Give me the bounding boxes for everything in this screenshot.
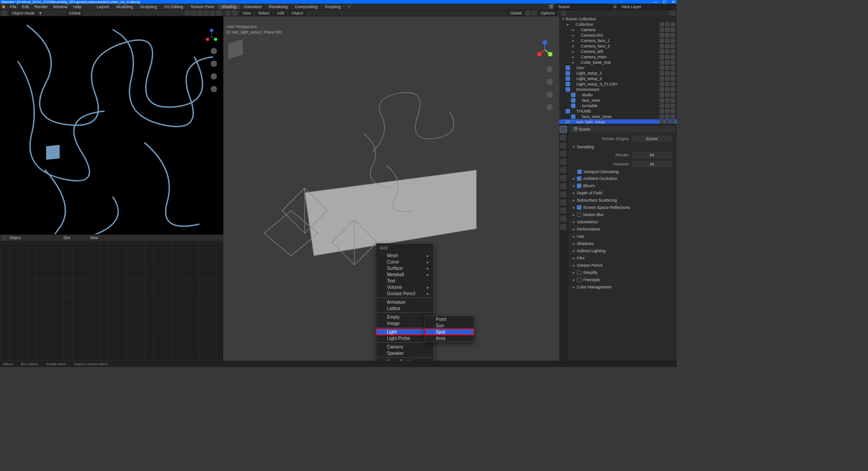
panel-freestyle[interactable]: ▸Freestyle (570, 276, 675, 283)
object-menu[interactable]: Object (288, 10, 306, 16)
ctx-item-lattice[interactable]: Lattice (376, 305, 434, 311)
workspace-uvediting[interactable]: UV Editing (160, 5, 187, 9)
ctx-item-mesh[interactable]: Mesh▸ (376, 252, 434, 259)
outliner-row-face_view_close[interactable]: face_view_close (559, 114, 677, 119)
outliner-row-light_setup_3_flash[interactable]: Light_setup_3_FLASH (559, 81, 677, 87)
panel-hair[interactable]: ▸Hair (570, 233, 675, 240)
scene-input[interactable] (555, 4, 612, 10)
orient-dropdown[interactable]: Global (66, 10, 83, 16)
slot-dropdown[interactable]: Slot (63, 236, 71, 240)
persp-ortho-icon[interactable] (211, 86, 217, 92)
camera-view-icon[interactable] (211, 73, 217, 80)
panel-subsurface-scattering[interactable]: ▸Subsurface Scattering (570, 197, 675, 204)
panel-grease-pencil[interactable]: ▸Grease Pencil (570, 262, 675, 269)
menu-edit[interactable]: Edit (19, 5, 32, 9)
add-menu[interactable]: Add (274, 10, 287, 16)
ctx-item-force-field[interactable]: Force Field▸ (376, 358, 434, 361)
outliner-row-collection[interactable]: ▸Collection (559, 22, 677, 27)
workspace-scripting[interactable]: Scripting (321, 5, 344, 9)
outliner[interactable]: ▾Scene Collection ▸Collection▸Camera▸Cam… (559, 10, 677, 124)
ctx-item-grease-pencil[interactable]: Grease Pencil▸ (376, 290, 434, 297)
shading-wire-icon[interactable] (197, 10, 203, 16)
sub-item-sun[interactable]: Sun (425, 322, 474, 329)
ctx-item-camera[interactable]: Camera (376, 344, 434, 350)
panel-screen-space-reflections[interactable]: ▸Screen Space Reflections (570, 204, 675, 211)
ctx-item-armature[interactable]: Armature (376, 299, 434, 305)
cursor-tool-icon[interactable] (232, 10, 238, 16)
outliner-row-environment[interactable]: Environment (559, 87, 677, 92)
workspace-texturepaint[interactable]: Texture Paint (187, 5, 218, 9)
panel-volumetrics[interactable]: ▸Volumetrics (570, 218, 675, 226)
outliner-scene-collection[interactable]: ▾Scene Collection (559, 16, 677, 22)
outliner-row-face_view[interactable]: face_view (559, 98, 677, 103)
proportional-icon[interactable] (532, 10, 537, 16)
sub-item-spot[interactable]: Spot (425, 329, 474, 335)
editor-type-3d-icon[interactable] (225, 10, 231, 16)
panel-film[interactable]: ▸Film (570, 254, 675, 262)
menu-file[interactable]: File (7, 5, 19, 9)
viewport-3d[interactable]: User Perspective (2) test_light_setup | … (223, 16, 559, 361)
new-material-button[interactable]: New (90, 236, 99, 240)
ctx-item-speaker[interactable]: Speaker (376, 350, 434, 356)
outliner-row-camera_main[interactable]: ▸Camera_main (559, 54, 677, 60)
panel-shadows[interactable]: ▸Shadows (570, 240, 675, 247)
tab-output[interactable] (560, 134, 566, 141)
filter-icon[interactable] (670, 10, 675, 16)
outliner-row-camera_face_1[interactable]: ▸Camera_face_1 (559, 38, 677, 43)
xray-toggle-icon[interactable] (191, 10, 196, 16)
outliner-row-studio[interactable]: studio (559, 92, 677, 98)
outliner-row-geo[interactable]: Geo (559, 65, 677, 71)
tab-data[interactable] (560, 207, 566, 214)
ctx-item-metaball[interactable]: Metaball▸ (376, 271, 434, 278)
tab-object[interactable] (560, 167, 566, 173)
tab-physics[interactable] (560, 191, 566, 198)
workspace-layout[interactable]: Layout (93, 5, 113, 9)
panel-ambient-occlusion[interactable]: ▸Ambient Occlusion (570, 175, 675, 182)
overlay-toggle-icon[interactable] (184, 10, 190, 16)
outliner-row-camera_left[interactable]: ▸Camera_left (559, 49, 677, 54)
menu-help[interactable]: Help (71, 5, 85, 9)
menu-render[interactable]: Render (32, 5, 51, 9)
outliner-row-light_setup_2[interactable]: Light_setup_2 (559, 76, 677, 81)
shading-solid-icon[interactable] (203, 10, 209, 16)
outliner-row-light_setup_1[interactable]: Light_setup_1 (559, 71, 677, 76)
sub-item-area[interactable]: Area (425, 335, 474, 341)
ctx-item-surface[interactable]: Surface▸ (376, 265, 434, 271)
shading-matcap-icon[interactable] (210, 10, 215, 16)
menu-window[interactable]: Window (51, 5, 71, 9)
sub-item-point[interactable]: Point (425, 316, 474, 322)
shading-rendered-icon[interactable] (216, 10, 222, 16)
node-editor-type-icon[interactable] (2, 235, 7, 240)
snap-icon[interactable] (525, 10, 531, 16)
outliner-row-turntable[interactable]: turntable (559, 103, 677, 108)
pan-icon[interactable] (211, 61, 217, 67)
options-dropdown[interactable]: Options (538, 10, 557, 16)
workspace-shading[interactable]: Shading (218, 5, 240, 9)
outliner-row-thumb[interactable]: THUMB (559, 108, 677, 114)
viewlayer-input[interactable] (618, 4, 675, 10)
mode-dropdown[interactable]: Object Mode (9, 10, 38, 16)
panel-indirect-lighting[interactable]: ▸Indirect Lighting (570, 247, 675, 254)
outliner-type-icon[interactable] (561, 10, 566, 16)
panel-bloom[interactable]: ▸Bloom (570, 182, 675, 189)
panel-simplify[interactable]: ▸Simplify (570, 269, 675, 276)
node-mode-dropdown[interactable]: Object (9, 236, 21, 240)
tab-particles[interactable] (560, 183, 566, 189)
ctx-item-text[interactable]: Text (376, 278, 434, 284)
tab-viewlayer[interactable] (560, 142, 566, 149)
workspace-compositing[interactable]: Compositing (291, 5, 321, 9)
render-engine-dropdown[interactable]: Eevee (632, 136, 672, 142)
outliner-row-cube_base_mat[interactable]: ▸Cube_base_mat (559, 60, 677, 65)
tab-constraints[interactable] (560, 199, 566, 206)
tab-modifiers[interactable] (560, 175, 566, 181)
panel-depth-of-field[interactable]: ▸Depth of Field (570, 189, 675, 197)
workspace-animation[interactable]: Animation (240, 5, 265, 9)
denoise-checkbox[interactable] (577, 170, 582, 174)
tab-material[interactable] (560, 216, 566, 222)
tab-texture[interactable] (560, 224, 566, 230)
nav-gizmo-left[interactable] (203, 27, 220, 43)
workspace-rendering[interactable]: Rendering (265, 5, 292, 9)
viewport-rendered[interactable] (0, 16, 223, 234)
workspace-add[interactable]: + (344, 5, 354, 9)
render-samples[interactable]: 64 (632, 152, 672, 158)
